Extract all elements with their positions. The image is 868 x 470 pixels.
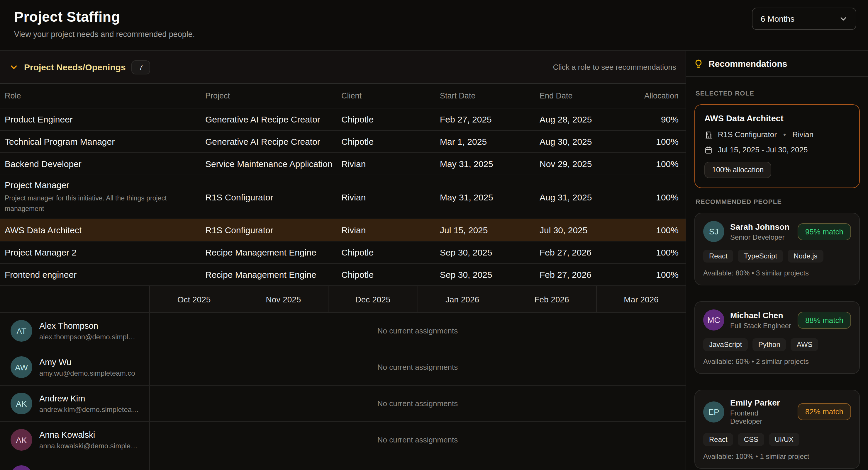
match-badge: 82% match [798,403,851,420]
avatar: SJ [703,221,724,242]
cell-allocation: 100% [639,137,686,146]
person-row[interactable]: AK Andrew Kim andrew.kim@demo.simpleteam… [0,385,686,422]
cell-client: Rivian [341,225,440,235]
person-name: Alex Thompson [39,321,139,330]
avatar: EP [703,401,724,422]
availability-text: Available: 80% • 3 similar projects [703,269,851,277]
recommendations-panel: Recommendations SELECTED ROLE AWS Data A… [686,51,868,470]
column-header-role: Role [0,92,205,100]
month-cell: Dec 2025 [328,286,417,312]
cell-allocation: 100% [639,270,686,279]
recommendations-content: SELECTED ROLE AWS Data Architect R1S Con… [686,77,868,470]
cell-allocation: 100% [639,247,686,257]
skills-list: JavaScriptPythonAWS [703,338,851,351]
skill-chip: JavaScript [703,338,748,351]
need-row[interactable]: Project Manager 2 Recipe Management Engi… [0,241,686,264]
cell-client: Chipotle [341,270,440,279]
staffing-main: Project Needs/Openings 7 Click a role to… [0,51,686,470]
selected-role-dates: Jul 15, 2025 - Jul 30, 2025 [718,145,808,154]
skill-chip: React [703,433,734,446]
lightbulb-icon [694,59,703,68]
cell-role: Technical Program Manager [5,137,205,146]
match-badge: 95% match [798,223,851,240]
needs-section-header[interactable]: Project Needs/Openings 7 Click a role to… [0,51,686,84]
needs-count-badge: 7 [132,60,150,74]
skills-list: ReactTypeScriptNode.js [703,250,851,263]
cell-project: R1S Configurator [205,225,341,235]
avatar: AK [10,393,32,414]
selected-role-card[interactable]: AWS Data Architect R1S Configurator • Ri… [694,104,860,188]
cell-role: Project Manager [5,180,205,190]
person-row[interactable]: AW Amy Wu amy.wu@demo.simpleteam.co No c… [0,349,686,385]
cell-allocation: 90% [639,114,686,124]
cell-project: Generative AI Recipe Creator [205,114,341,124]
need-row[interactable]: Product Engineer Generative AI Recipe Cr… [0,108,686,131]
month-cell: Jan 2026 [417,286,507,312]
person-name: Amy Wu [39,357,135,367]
avatar: AT [10,465,32,470]
person-row[interactable]: AT Ashley Turner No current assignments [0,458,686,470]
page-subtitle: View your project needs and recommended … [14,30,854,39]
collapse-chevron-icon[interactable] [9,63,18,71]
building-icon [704,130,713,139]
column-header-end-date: End Date [539,92,639,100]
separator-dot: • [782,130,787,139]
person-row[interactable]: AT Alex Thompson alex.thompson@demo.simp… [0,313,686,349]
column-header-start-date: Start Date [440,92,539,100]
person-name: Andrew Kim [39,394,139,403]
cell-end-date: Aug 31, 2025 [539,192,639,202]
person-email: andrew.kim@demo.simpleteam.co [39,405,139,413]
cell-role: Backend Developer [5,159,205,169]
person-row[interactable]: AK Anna Kowalski anna.kowalski@demo.simp… [0,422,686,458]
chevron-down-icon [839,15,847,23]
avatar: MC [703,309,724,331]
cell-role: Frontend engineer [5,270,205,279]
no-assignments-label: No current assignments [377,399,458,408]
cell-project: Recipe Management Engine [205,270,341,279]
availability-text: Available: 100% • 1 similar project [703,452,851,461]
people-timeline-list: AT Alex Thompson alex.thompson@demo.simp… [0,313,686,470]
recommended-person-card[interactable]: SJ Sarah Johnson Senior Developer 95% ma… [694,213,860,286]
column-header-client: Client [341,92,440,100]
need-row[interactable]: Frontend engineer Recipe Management Engi… [0,264,686,286]
need-row[interactable]: AWS Data Architect R1S Configurator Rivi… [0,219,686,241]
cell-project: Generative AI Recipe Creator [205,137,341,146]
page-title: Project Staffing [14,8,854,26]
person-email: anna.kowalski@demo.simpleteam.co [39,442,139,450]
recommendations-title: Recommendations [709,59,787,69]
needs-title: Project Needs/Openings [24,62,126,72]
recommended-person-card[interactable]: MC Michael Chen Full Stack Engineer 88% … [694,301,860,374]
cell-client: Chipotle [341,247,440,257]
avatar: AT [10,320,32,342]
needs-hint: Click a role to see recommendations [553,63,676,71]
skill-chip: Python [752,338,786,351]
avatar: AK [10,429,32,451]
cell-client: Rivian [341,192,440,202]
no-assignments-label: No current assignments [377,435,458,444]
cell-end-date: Aug 28, 2025 [539,114,639,124]
need-row[interactable]: Backend Developer Service Maintenance Ap… [0,153,686,175]
need-row[interactable]: Technical Program Manager Generative AI … [0,131,686,153]
need-row[interactable]: Project Manager Project manager for this… [0,175,686,219]
timeline-people-column-spacer [0,286,149,312]
cell-allocation: 100% [639,159,686,169]
cell-start-date: Jul 15, 2025 [440,225,539,235]
cell-project: Service Maintenance Application [205,159,341,169]
no-assignments-label: No current assignments [377,363,458,372]
recommended-person-card[interactable]: EP Emily Parker Frontend Developer 82% m… [694,390,860,469]
person-name: Anna Kowalski [39,430,139,439]
skill-chip: Node.js [788,250,823,263]
month-cell: Nov 2025 [239,286,328,312]
cell-allocation: 100% [639,192,686,202]
allocation-badge: 100% allocation [704,162,772,178]
cell-start-date: Sep 30, 2025 [440,247,539,257]
time-range-select[interactable]: 6 Months [752,8,856,30]
selected-role-label: SELECTED ROLE [695,90,860,97]
cell-end-date: Aug 30, 2025 [539,137,639,146]
cell-project: R1S Configurator [205,192,341,202]
recommended-people-label: RECOMMENDED PEOPLE [695,198,860,205]
no-assignments-label: No current assignments [377,327,458,335]
skills-list: ReactCSSUI/UX [703,433,851,446]
cell-client: Chipotle [341,137,440,146]
needs-table-header: Role Project Client Start Date End Date … [0,84,686,108]
